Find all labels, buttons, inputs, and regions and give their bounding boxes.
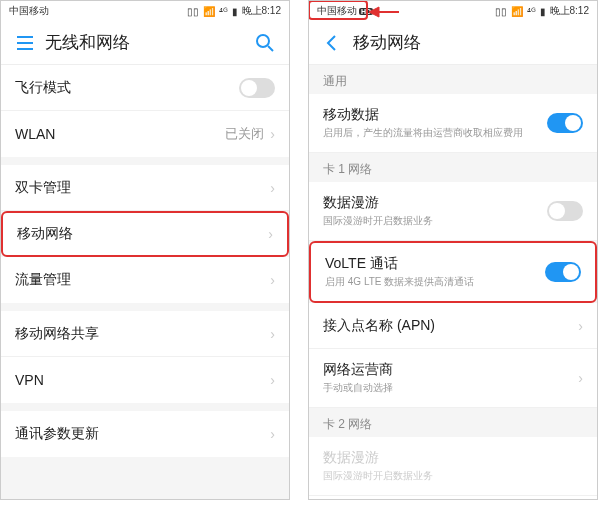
chevron-right-icon: › — [270, 126, 275, 142]
row-tether[interactable]: 移动网络共享 › — [1, 311, 289, 357]
phone-right: 中国移动 HD ▯▯ 📶 ⁴ᴳ ▮ 晚上8:12 移动网络 通用 移动数据 启用… — [308, 0, 598, 500]
battery-icon: ▮ — [232, 6, 238, 17]
chevron-right-icon: › — [270, 372, 275, 388]
chevron-right-icon: › — [578, 370, 583, 386]
svg-point-0 — [257, 35, 269, 47]
row-label: VoLTE 通话 — [325, 255, 545, 273]
row-label: 移动网络共享 — [15, 325, 270, 343]
vibrate-icon: ▯▯ — [187, 6, 199, 17]
vibrate-icon: ▯▯ — [495, 6, 507, 17]
header: 无线和网络 — [1, 21, 289, 65]
row-vpn[interactable]: VPN › — [1, 357, 289, 403]
status-bar: 中国移动 HD ▯▯ 📶 ⁴ᴳ ▮ 晚上8:12 — [309, 1, 597, 21]
row-label: 接入点名称 (APN) — [323, 317, 578, 335]
back-icon[interactable] — [321, 33, 345, 53]
signal-icon: 📶 — [203, 6, 215, 17]
row-sub: 启用 4G LTE 数据来提供高清通话 — [325, 275, 545, 289]
chevron-right-icon: › — [270, 326, 275, 342]
row-label: 数据漫游 — [323, 194, 547, 212]
row-label: 数据漫游 — [323, 449, 583, 467]
row-label: VPN — [15, 372, 270, 388]
carrier-label: 中国移动 — [9, 4, 49, 18]
roaming-toggle[interactable] — [547, 201, 583, 221]
arrow-annotation — [369, 5, 399, 23]
row-sim[interactable]: 双卡管理 › — [1, 165, 289, 211]
search-icon[interactable] — [253, 33, 277, 53]
row-label: 双卡管理 — [15, 179, 270, 197]
row-mobile-network[interactable]: 移动网络 › — [1, 211, 289, 257]
section-general: 通用 — [309, 65, 597, 94]
row-roaming2: 数据漫游 国际漫游时开启数据业务 — [309, 437, 597, 496]
header: 移动网络 — [309, 21, 597, 65]
section-card2: 卡 2 网络 — [309, 408, 597, 437]
svg-marker-3 — [369, 7, 379, 17]
page-title: 移动网络 — [353, 31, 585, 54]
svg-line-1 — [268, 46, 273, 51]
row-label: 流量管理 — [15, 271, 270, 289]
mobile-data-toggle[interactable] — [547, 113, 583, 133]
row-apn2: 接入点名称 (APN) — [309, 496, 597, 500]
time-label: 晚上8:12 — [550, 4, 589, 18]
network-icon: ⁴ᴳ — [219, 6, 228, 17]
row-sub: 手动或自动选择 — [323, 381, 578, 395]
section-card1: 卡 1 网络 — [309, 153, 597, 182]
row-sub: 国际漫游时开启数据业务 — [323, 469, 583, 483]
row-apn[interactable]: 接入点名称 (APN) › — [309, 303, 597, 349]
row-label: 网络运营商 — [323, 361, 578, 379]
row-volte[interactable]: VoLTE 通话 启用 4G LTE 数据来提供高清通话 — [309, 241, 597, 303]
row-value: 已关闭 — [225, 125, 264, 143]
phone-left: 中国移动 ▯▯ 📶 ⁴ᴳ ▮ 晚上8:12 无线和网络 飞行模式 — [0, 0, 290, 500]
chevron-right-icon: › — [270, 426, 275, 442]
time-label: 晚上8:12 — [242, 4, 281, 18]
status-bar: 中国移动 ▯▯ 📶 ⁴ᴳ ▮ 晚上8:12 — [1, 1, 289, 21]
row-wlan[interactable]: WLAN 已关闭 › — [1, 111, 289, 157]
chevron-right-icon: › — [270, 180, 275, 196]
battery-icon: ▮ — [540, 6, 546, 17]
row-mobile-data[interactable]: 移动数据 启用后，产生的流量将由运营商收取相应费用 — [309, 94, 597, 153]
row-label: 移动数据 — [323, 106, 547, 124]
chevron-right-icon: › — [578, 318, 583, 334]
row-airplane[interactable]: 飞行模式 — [1, 65, 289, 111]
row-label: 飞行模式 — [15, 79, 239, 97]
signal-icon: 📶 — [511, 6, 523, 17]
carrier-label: 中国移动 — [317, 4, 357, 18]
menu-icon[interactable] — [13, 33, 37, 53]
row-roaming[interactable]: 数据漫游 国际漫游时开启数据业务 — [309, 182, 597, 241]
volte-toggle[interactable] — [545, 262, 581, 282]
chevron-right-icon: › — [270, 272, 275, 288]
chevron-right-icon: › — [268, 226, 273, 242]
row-label: 通讯参数更新 — [15, 425, 270, 443]
row-label: 移动网络 — [17, 225, 268, 243]
airplane-toggle[interactable] — [239, 78, 275, 98]
network-icon: ⁴ᴳ — [527, 6, 536, 17]
row-sub: 国际漫游时开启数据业务 — [323, 214, 547, 228]
row-label: WLAN — [15, 126, 225, 142]
row-sub: 启用后，产生的流量将由运营商收取相应费用 — [323, 126, 547, 140]
row-operator[interactable]: 网络运营商 手动或自动选择 › — [309, 349, 597, 408]
page-title: 无线和网络 — [45, 31, 253, 54]
row-params[interactable]: 通讯参数更新 › — [1, 411, 289, 457]
row-traffic[interactable]: 流量管理 › — [1, 257, 289, 303]
